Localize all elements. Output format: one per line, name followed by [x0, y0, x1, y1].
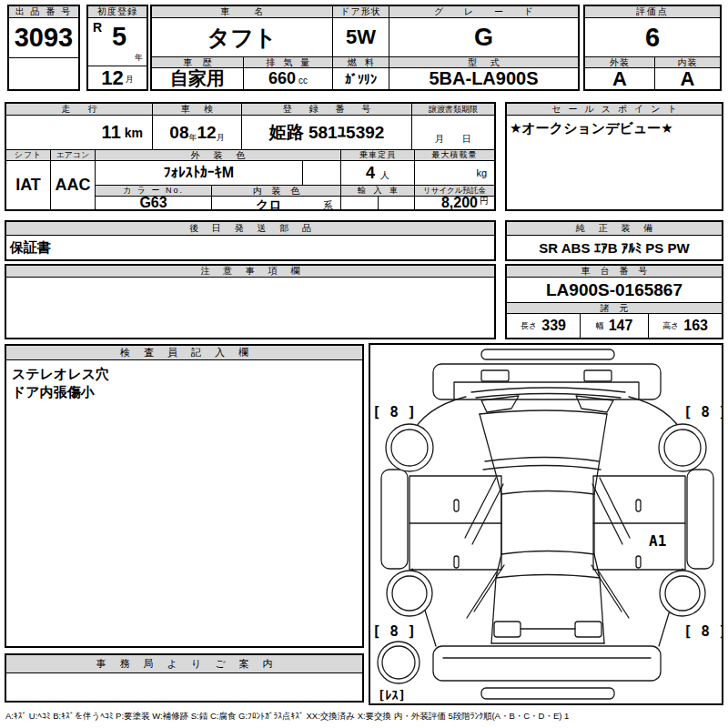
roof-front-line [501, 491, 594, 495]
inspector-note-line: ドア内張傷小 [12, 383, 357, 401]
displacement-value-cell: 660 cc [243, 68, 332, 89]
left-wiper-shape [481, 396, 519, 412]
front-left-wheel-inner [391, 430, 428, 466]
exterior-grade-value: A [585, 68, 654, 89]
hood-curve-1 [485, 458, 599, 462]
rear-left-pillar-inner [474, 565, 504, 612]
mileage-label: 走 行 [6, 104, 152, 116]
right-front-door-handle [636, 500, 641, 511]
interior-color-suffix: 系 [323, 199, 333, 213]
interior-color-label: 内 装 色 [211, 185, 340, 197]
shift-value: IAT [6, 161, 50, 209]
door-shape-label: ドア形状 [332, 6, 389, 18]
rear-right-pillar [599, 571, 629, 618]
year-unit: 年 [135, 52, 143, 64]
right-headlight-shape [584, 370, 612, 381]
front-bumper-shape [481, 349, 614, 359]
auction-number-box: 出 品 番 号 3093 [7, 5, 80, 91]
right-wiper-shape [576, 396, 613, 412]
left-taillight-shape [494, 622, 521, 637]
genuine-equipment-box: 純 正 装 備 SR ABS ｴｱB ｱﾙﾐ PS PW [505, 220, 723, 261]
registration-grid: 走 行 車 検 登 録 番 号 譲渡書類期限 11 km 08 年 12 月 姫… [5, 102, 496, 211]
chassis-value: LA900S-0165867 [507, 278, 722, 302]
height-cell: 高さ 163 [648, 314, 722, 338]
recycle-deposit-value: 8,200 [441, 197, 478, 209]
cautions-box: 注 意 事 項 欄 [5, 264, 496, 339]
reg-year-value: 5 [112, 22, 126, 52]
cautions-label: 注 意 事 項 欄 [6, 266, 494, 278]
first-registration-box: 初度登録 R 5 年 12 月 [86, 5, 148, 91]
left-headlight-shape [481, 370, 509, 381]
aircon-value: AAC [50, 161, 95, 209]
history-label: 車 歴 [152, 56, 243, 68]
capacity-unit: 人 [380, 169, 389, 185]
right-rear-door-handle [636, 556, 641, 568]
damage-mark-a1: A1 [649, 532, 666, 550]
fuel-label: 燃 料 [332, 56, 389, 68]
sales-point-label: セールスポイント [507, 104, 722, 116]
recycle-deposit-label: リサイクル預託金 [414, 185, 494, 197]
inspection-month: 12 [197, 123, 217, 143]
capacity-cell: 4 人 [340, 161, 414, 185]
roof-rear-line [501, 551, 594, 555]
car-name-value: タフト [152, 18, 332, 56]
front-right-tire-mark: [ 8 ] [683, 403, 722, 420]
recycle-deposit-unit: 円 [480, 197, 489, 209]
windshield-bottom-line [476, 394, 621, 399]
genuine-equipment-value: SR ABS ｴｱB ｱﾙﾐ PS PW [507, 236, 722, 259]
right-sill-shape [687, 470, 713, 569]
rear-left-tire-mark: [ 8 ] [372, 622, 416, 640]
model-code-value: 5BA-LA900S [389, 68, 578, 89]
inspector-notes-label: 検 査 員 記 入 欄 [6, 346, 362, 360]
first-registration-label: 初度登録 [88, 6, 147, 18]
left-rear-door-handle [454, 556, 459, 568]
color-no-label: カ ラ ー No. [95, 185, 211, 197]
color-no-value: G63 [95, 197, 211, 209]
rear-right-tire-mark: [ 8 ] [683, 622, 722, 640]
width-value: 147 [609, 318, 633, 334]
score-box: 評価点 6 外装 内装 A A [583, 5, 722, 91]
later-shipping-box: 後 日 発 送 部 品 保証書 [5, 220, 496, 261]
fuel-value: ｶﾞｿﾘﾝ [332, 68, 389, 89]
displacement-unit: cc [298, 76, 308, 89]
exterior-color-value: ﾌｫﾚｽﾄｶｰｷM [95, 161, 302, 185]
rear-right-pillar-inner [592, 565, 622, 612]
length-label: 長さ [521, 320, 537, 332]
spare-tire-mark: [ﾚｽ] [378, 688, 406, 703]
cautions-value [6, 278, 494, 338]
later-shipping-label: 後 日 発 送 部 品 [6, 222, 494, 236]
model-code-label: 型 式 [389, 56, 578, 68]
auction-number-empty-cell [9, 57, 78, 89]
width-cell: 幅 147 [580, 314, 648, 338]
interior-color-cell: クロ 系 [211, 197, 340, 209]
height-label: 高さ [662, 320, 679, 332]
left-sill-shape [381, 470, 408, 569]
interior-grade-value: A [654, 68, 720, 89]
rear-lower-strip [481, 688, 614, 699]
auction-number-label: 出 品 番 号 [9, 6, 78, 18]
reg-no-label: 登 録 番 号 [241, 104, 411, 116]
rear-bumper-shape [433, 646, 661, 681]
first-registration-month-cell: 12 月 [88, 66, 147, 89]
width-label: 幅 [596, 320, 604, 332]
inspection-cell: 08 年 12 月 [152, 116, 241, 149]
mileage-unit: km [125, 126, 143, 140]
front-right-wheel-inner [664, 430, 701, 466]
door-shape-value: 5W [332, 18, 389, 56]
imported-empty-cell-1 [340, 197, 378, 209]
office-info-value [6, 673, 362, 701]
inspection-label: 車 検 [152, 104, 241, 116]
history-value: 自家用 [152, 68, 243, 89]
genuine-equipment-label: 純 正 装 備 [507, 222, 722, 236]
office-info-box: 事 務 局 よ り ご 案 内 [5, 653, 364, 703]
vehicle-main-box: 車 名 タフト 車 歴 自家用 排 気 量 660 cc ドア形状 5W 燃 料… [150, 5, 580, 91]
legend-footer: A:ｷｽﾞ U:ﾍｺﾐ B:ｷｽﾞを伴うﾍｺﾐ P:要塗装 W:補修跡 S:錆 … [5, 708, 724, 724]
inspection-month-unit: 月 [217, 132, 225, 149]
chassis-box: 車 台 番 号 LA900S-0165867 諸 元 長さ 339 幅 147 … [505, 264, 723, 339]
right-taillight-shape [575, 622, 602, 637]
mileage-value: 11 [102, 122, 121, 143]
first-registration-year-cell: R 5 年 [88, 18, 147, 66]
car-name-label: 車 名 [152, 6, 332, 18]
chassis-label: 車 台 番 号 [507, 266, 722, 278]
grade-value: G [389, 18, 578, 56]
